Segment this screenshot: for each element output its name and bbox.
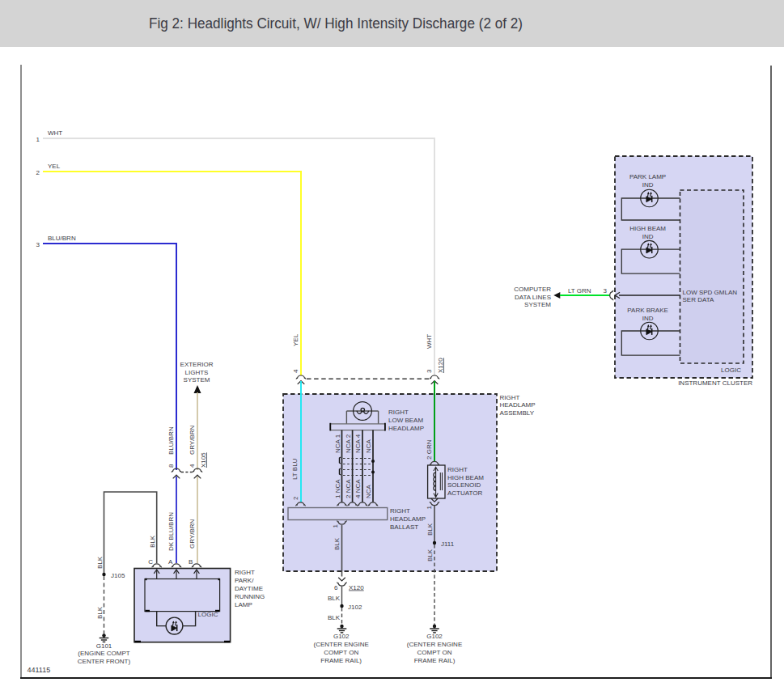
svg-text:X120: X120 <box>437 358 444 373</box>
svg-text:BALLAST: BALLAST <box>390 523 418 531</box>
svg-text:6: 6 <box>334 584 338 591</box>
svg-text:BLK: BLK <box>149 535 156 548</box>
svg-text:A: A <box>168 558 173 566</box>
svg-text:FRAME RAIL): FRAME RAIL) <box>414 657 456 664</box>
svg-text:G102: G102 <box>426 633 443 640</box>
svg-text:2 NCA: 2 NCA <box>345 479 352 498</box>
svg-text:INSTRUMENT CLUSTER: INSTRUMENT CLUSTER <box>678 379 752 387</box>
svg-text:BLK: BLK <box>426 523 434 536</box>
svg-text:C: C <box>148 558 153 566</box>
svg-text:NCA: NCA <box>365 484 372 498</box>
svg-text:RUNNING: RUNNING <box>235 593 265 600</box>
svg-text:1 NCA: 1 NCA <box>334 479 341 498</box>
svg-text:ASSEMBLY: ASSEMBLY <box>500 409 535 417</box>
svg-text:(ENGINE COMPT: (ENGINE COMPT <box>78 650 130 657</box>
svg-text:COMPT ON: COMPT ON <box>417 649 452 656</box>
svg-text:DATA LINES: DATA LINES <box>515 294 551 301</box>
svg-text:HEADLAMP: HEADLAMP <box>500 401 536 409</box>
svg-text:IND: IND <box>642 315 654 322</box>
svg-text:WHT: WHT <box>48 129 62 137</box>
svg-text:2 GRN: 2 GRN <box>426 439 433 460</box>
svg-text:BLU/BRN: BLU/BRN <box>48 235 76 242</box>
svg-text:BLK: BLK <box>328 614 341 621</box>
svg-text:RIGHT: RIGHT <box>390 507 410 515</box>
svg-text:DK BLU/BRN: DK BLU/BRN <box>167 512 175 551</box>
svg-text:G102: G102 <box>333 633 350 640</box>
svg-text:EXTERIOR: EXTERIOR <box>180 361 214 368</box>
svg-text:G101: G101 <box>96 642 112 650</box>
svg-text:SOLENOID: SOLENOID <box>447 481 481 489</box>
svg-text:1: 1 <box>332 524 339 528</box>
svg-text:NCA 2: NCA 2 <box>345 434 352 453</box>
svg-text:BLK: BLK <box>426 549 434 562</box>
svg-text:LT GRN: LT GRN <box>568 287 591 295</box>
svg-text:3: 3 <box>426 369 433 373</box>
svg-text:ACTUATOR: ACTUATOR <box>447 489 482 497</box>
svg-text:YEL: YEL <box>48 163 61 170</box>
svg-text:J105: J105 <box>111 572 125 579</box>
svg-text:SER DATA: SER DATA <box>683 296 714 303</box>
svg-text:SYSTEM: SYSTEM <box>184 376 210 384</box>
svg-text:DAYTIME: DAYTIME <box>235 585 263 592</box>
svg-text:HEADLAMP: HEADLAMP <box>388 425 424 432</box>
svg-text:WHT: WHT <box>426 334 433 349</box>
svg-text:GRY/BRN: GRY/BRN <box>189 519 196 549</box>
svg-text:LOW BEAM: LOW BEAM <box>388 417 423 424</box>
svg-text:GRY/BRN: GRY/BRN <box>189 425 196 455</box>
svg-text:LOGIC: LOGIC <box>198 611 218 618</box>
svg-text:RIGHT: RIGHT <box>235 569 255 576</box>
svg-text:IND: IND <box>642 233 654 240</box>
svg-text:2: 2 <box>292 496 299 500</box>
svg-text:LIGHTS: LIGHTS <box>185 369 209 376</box>
svg-text:PARK BRAKE: PARK BRAKE <box>627 307 668 314</box>
svg-text:CENTER FRONT): CENTER FRONT) <box>78 658 131 665</box>
svg-text:3: 3 <box>36 241 40 248</box>
svg-text:X120: X120 <box>349 584 364 591</box>
svg-text:J102: J102 <box>348 604 362 611</box>
svg-text:LOW SPD GMLAN: LOW SPD GMLAN <box>683 289 738 296</box>
svg-text:X105: X105 <box>200 452 207 468</box>
svg-text:FRAME RAIL): FRAME RAIL) <box>320 657 362 664</box>
svg-text:NCA 1: NCA 1 <box>334 434 341 453</box>
svg-text:LOGIC: LOGIC <box>721 367 741 374</box>
svg-text:BLK: BLK <box>96 556 104 569</box>
svg-text:(CENTER ENGINE: (CENTER ENGINE <box>313 641 368 648</box>
svg-text:4: 4 <box>292 369 299 373</box>
svg-text:4: 4 <box>189 464 196 468</box>
svg-text:HEADLAMP: HEADLAMP <box>390 515 426 523</box>
svg-text:2: 2 <box>36 169 40 176</box>
svg-text:BLK: BLK <box>333 537 341 550</box>
svg-text:RIGHT: RIGHT <box>500 394 520 401</box>
svg-text:IND: IND <box>642 181 654 189</box>
svg-text:LT BLU: LT BLU <box>291 458 299 480</box>
svg-text:RIGHT: RIGHT <box>388 409 409 416</box>
svg-text:HIGH BEAM: HIGH BEAM <box>447 474 484 481</box>
svg-text:COMPT ON: COMPT ON <box>324 649 358 656</box>
svg-text:COMPUTER: COMPUTER <box>514 286 551 293</box>
svg-text:3: 3 <box>604 287 608 295</box>
svg-text:SYSTEM: SYSTEM <box>524 301 551 308</box>
svg-text:HIGH BEAM: HIGH BEAM <box>629 225 666 232</box>
svg-text:PARK/: PARK/ <box>235 577 254 584</box>
svg-text:PARK LAMP: PARK LAMP <box>629 173 666 180</box>
svg-text:4 NCA: 4 NCA <box>354 479 362 498</box>
svg-text:NCA: NCA <box>365 439 372 453</box>
svg-text:1: 1 <box>426 506 433 510</box>
svg-text:BLU/BRN: BLU/BRN <box>167 426 175 455</box>
svg-text:BLK: BLK <box>96 606 104 619</box>
svg-text:Fig 2: Headlights Circuit, W/: Fig 2: Headlights Circuit, W/ High Inten… <box>149 15 523 32</box>
svg-text:J111: J111 <box>441 540 455 548</box>
svg-text:441115: 441115 <box>28 666 51 674</box>
svg-text:8: 8 <box>167 464 175 468</box>
svg-text:YEL: YEL <box>292 333 299 346</box>
svg-text:RIGHT: RIGHT <box>447 466 468 473</box>
svg-text:LAMP: LAMP <box>235 601 252 608</box>
svg-text:B: B <box>189 558 193 566</box>
svg-text:NCA 4: NCA 4 <box>354 434 362 453</box>
svg-text:BLK: BLK <box>328 595 341 602</box>
svg-text:(CENTER ENGINE: (CENTER ENGINE <box>407 641 462 648</box>
svg-text:1: 1 <box>36 136 40 143</box>
